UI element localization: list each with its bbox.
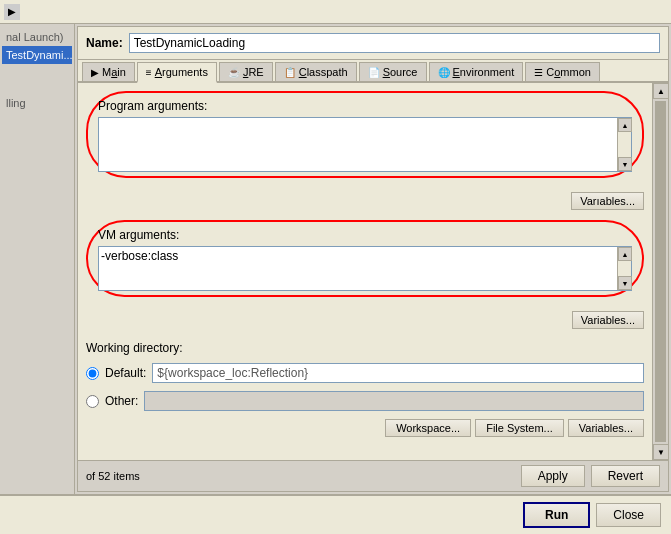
variables-button-3[interactable]: Variables...	[568, 419, 644, 437]
tab-jre-label: JRE	[243, 66, 264, 78]
apply-button[interactable]: Apply	[521, 465, 585, 487]
common-icon: ☰	[534, 67, 543, 78]
content-area: Program arguments: ▲ ▼ Varıables...	[78, 83, 652, 460]
other-radio-label: Other:	[105, 394, 138, 408]
right-panel: Name: ▶ Main ≡ Arguments ☕ JRE 📋 Classpa…	[77, 26, 669, 492]
workspace-button[interactable]: Workspace...	[385, 419, 471, 437]
bottom-bar: of 52 items Apply Revert	[78, 460, 668, 491]
tabs-bar: ▶ Main ≡ Arguments ☕ JRE 📋 Classpath 📄 S…	[78, 60, 668, 83]
working-dir-label: Working directory:	[86, 341, 644, 355]
revert-button[interactable]: Revert	[591, 465, 660, 487]
tab-classpath[interactable]: 📋 Classpath	[275, 62, 357, 81]
other-dir-input[interactable]	[144, 391, 644, 411]
run-button[interactable]: Run	[523, 502, 590, 528]
tab-main[interactable]: ▶ Main	[82, 62, 135, 81]
tab-jre[interactable]: ☕ JRE	[219, 62, 273, 81]
main-scrollbar: ▲ ▼	[652, 83, 668, 460]
top-bar: ▶	[0, 0, 671, 24]
default-radio-row: Default:	[86, 363, 644, 383]
default-dir-input[interactable]	[152, 363, 644, 383]
environment-icon: 🌐	[438, 67, 450, 78]
program-args-label: Program arguments:	[98, 99, 632, 113]
vm-args-textarea-wrap: -verbose:class ▲ ▼	[98, 246, 632, 291]
name-row: Name:	[78, 27, 668, 60]
left-panel: nal Launch) TestDynami... lling	[0, 24, 75, 494]
left-panel-item-1[interactable]: nal Launch)	[2, 28, 72, 46]
vm-args-input[interactable]: -verbose:class	[99, 247, 617, 290]
default-radio-label: Default:	[105, 366, 146, 380]
tab-source-label: Source	[383, 66, 418, 78]
arguments-icon: ≡	[146, 67, 152, 78]
vm-args-label: VM arguments:	[98, 228, 632, 242]
tab-arguments-label: Arguments	[155, 66, 208, 78]
program-args-scroll-up[interactable]: ▲	[618, 118, 632, 132]
other-radio-row: Other:	[86, 391, 644, 411]
close-button[interactable]: Close	[596, 503, 661, 527]
tab-environment[interactable]: 🌐 Environment	[429, 62, 524, 81]
classpath-icon: 📋	[284, 67, 296, 78]
tab-classpath-label: Classpath	[299, 66, 348, 78]
name-label: Name:	[86, 36, 123, 50]
tab-common-label: Common	[546, 66, 591, 78]
left-panel-item-3[interactable]: lling	[2, 94, 72, 112]
vm-args-scroll-up[interactable]: ▲	[618, 247, 632, 261]
program-args-input[interactable]	[99, 118, 617, 171]
left-item-label-1: nal Launch)	[6, 31, 64, 43]
dir-buttons-row: Workspace... File System... Variables...	[86, 419, 644, 437]
name-input[interactable]	[129, 33, 660, 53]
bottom-buttons: Apply Revert	[521, 465, 660, 487]
jre-icon: ☕	[228, 67, 240, 78]
left-item-label-2: lling	[6, 97, 26, 109]
variables-button-2[interactable]: Variables...	[572, 311, 644, 329]
variables-button-1[interactable]: Varıables...	[571, 192, 644, 210]
program-args-scroll-down[interactable]: ▼	[618, 157, 632, 171]
scroll-down-btn[interactable]: ▼	[653, 444, 668, 460]
status-text: of 52 items	[86, 470, 140, 482]
tab-main-label: Main	[102, 66, 126, 78]
left-panel-item-2[interactable]: TestDynami...	[2, 46, 72, 64]
file-system-button[interactable]: File System...	[475, 419, 564, 437]
footer-bar: Run Close	[0, 494, 671, 534]
top-bar-icon: ▶	[4, 4, 20, 20]
source-icon: 📄	[368, 67, 380, 78]
scroll-thumb[interactable]	[655, 101, 666, 442]
vm-args-section: VM arguments: -verbose:class ▲ ▼	[86, 220, 644, 297]
vm-args-scroll-down[interactable]: ▼	[618, 276, 632, 290]
program-args-textarea-wrap: ▲ ▼	[98, 117, 632, 172]
program-args-section: Program arguments: ▲ ▼	[86, 91, 644, 178]
default-radio[interactable]	[86, 367, 99, 380]
scroll-up-btn[interactable]: ▲	[653, 83, 668, 99]
working-directory-section: Working directory: Default: Other: Works…	[86, 341, 644, 437]
tab-common[interactable]: ☰ Common	[525, 62, 600, 81]
other-radio[interactable]	[86, 395, 99, 408]
tab-environment-label: Environment	[453, 66, 515, 78]
tab-source[interactable]: 📄 Source	[359, 62, 427, 81]
tab-arguments[interactable]: ≡ Arguments	[137, 62, 217, 83]
main-icon: ▶	[91, 67, 99, 78]
